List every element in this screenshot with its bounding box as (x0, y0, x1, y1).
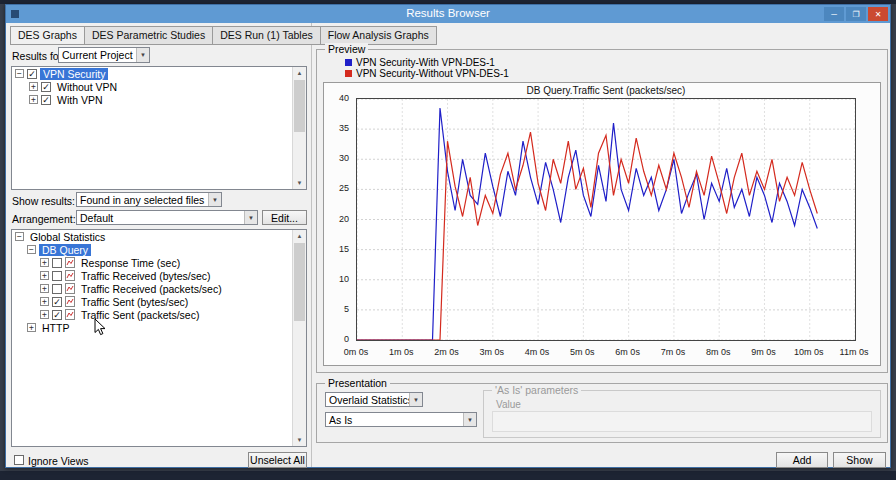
y-tick-label: 0 (344, 334, 349, 344)
tree-item-response-time[interactable]: + Response Time (sec) (12, 256, 306, 269)
legend-label: VPN Security-Without VPN-DES-1 (356, 68, 509, 79)
legend-swatch-red (345, 70, 352, 77)
y-tick-label: 25 (339, 183, 349, 193)
tree-item-vpn-security[interactable]: − ✓ VPN Security (12, 67, 306, 80)
scroll-up-icon[interactable]: ▲ (293, 67, 306, 79)
y-tick-label: 35 (339, 123, 349, 133)
checkbox-unchecked[interactable] (52, 284, 62, 294)
legend-item: VPN Security-Without VPN-DES-1 (345, 68, 509, 79)
show-results-label: Show results: (12, 195, 75, 207)
project-tree[interactable]: − ✓ VPN Security + ✓ Without VPN + ✓ Wit… (11, 66, 307, 190)
preview-group-label: Preview (325, 43, 368, 55)
edit-button[interactable]: Edit... (262, 210, 307, 225)
expand-icon[interactable]: + (27, 323, 36, 332)
parameters-list-disabled (492, 411, 872, 432)
scroll-down-icon[interactable]: ▼ (293, 177, 306, 189)
chart-title: DB Query.Traffic Sent (packets/sec) (354, 85, 858, 96)
x-tick-label: 7m 0s (661, 347, 686, 357)
preview-group: Preview VPN Security-With VPN-DES-1 VPN … (316, 49, 888, 373)
presentation-group-label: Presentation (325, 377, 390, 389)
expand-icon[interactable]: + (40, 310, 49, 319)
expand-icon[interactable]: + (29, 82, 38, 91)
scroll-down-icon[interactable]: ▼ (293, 434, 306, 446)
checkbox-checked[interactable]: ✓ (27, 69, 37, 79)
x-tick-label: 10m 0s (794, 347, 824, 357)
checkbox-unchecked[interactable] (52, 271, 62, 281)
tree-item-global-statistics[interactable]: − Global Statistics (12, 230, 306, 243)
collapse-icon[interactable]: − (27, 245, 36, 254)
arrangement-dropdown[interactable]: Default ▼ (76, 210, 258, 225)
legend-label: VPN Security-With VPN-DES-1 (356, 57, 495, 68)
results-for-dropdown[interactable]: Current Project ▼ (58, 47, 150, 63)
tree-item-with-vpn[interactable]: + ✓ With VPN (12, 93, 306, 106)
expand-icon[interactable]: + (40, 284, 49, 293)
scrollbar-thumb[interactable] (294, 80, 305, 132)
chevron-down-icon[interactable]: ▼ (409, 393, 422, 406)
show-button[interactable]: Show (833, 452, 886, 468)
statistics-tree[interactable]: − Global Statistics − DB Query + Respons… (11, 229, 307, 447)
show-results-dropdown[interactable]: Found in any selected files ▼ (76, 192, 222, 207)
tree-item-without-vpn[interactable]: + ✓ Without VPN (12, 80, 306, 93)
expand-icon[interactable]: + (29, 95, 38, 104)
x-tick-label: 9m 0s (751, 347, 776, 357)
expand-icon[interactable]: + (40, 271, 49, 280)
tab-des-graphs[interactable]: DES Graphs (10, 26, 84, 45)
close-button[interactable]: ✕ (868, 7, 888, 21)
titlebar-buttons: ─ ❐ ✕ (824, 7, 888, 21)
x-tick-label: 3m 0s (480, 347, 505, 357)
scroll-up-icon[interactable]: ▲ (293, 230, 306, 242)
panel-divider (311, 23, 312, 467)
tree-item-traffic-received-bytes[interactable]: + Traffic Received (bytes/sec) (12, 269, 306, 282)
ignore-views-checkbox[interactable] (14, 455, 24, 465)
maximize-button[interactable]: ❐ (846, 7, 866, 21)
chevron-down-icon[interactable]: ▼ (136, 48, 149, 62)
minimize-button[interactable]: ─ (824, 7, 844, 21)
expand-icon[interactable]: + (40, 297, 49, 306)
add-button[interactable]: Add (776, 452, 828, 468)
window-title: Results Browser (6, 7, 890, 19)
x-tick-label: 2m 0s (434, 347, 459, 357)
chevron-down-icon[interactable]: ▼ (208, 193, 221, 206)
chart-legend: VPN Security-With VPN-DES-1 VPN Security… (345, 57, 509, 79)
x-tick-label: 1m 0s (389, 347, 414, 357)
tab-bar: DES Graphs DES Parametric Studies DES Ru… (10, 26, 437, 45)
project-tree-scrollbar[interactable]: ▲ ▼ (292, 67, 306, 189)
tree-item-db-query[interactable]: − DB Query (12, 243, 306, 256)
checkbox-checked[interactable]: ✓ (52, 297, 62, 307)
collapse-icon[interactable]: − (15, 232, 24, 241)
expand-icon[interactable]: + (40, 258, 49, 267)
x-tick-label: 0m 0s (344, 347, 369, 357)
checkbox-checked[interactable]: ✓ (41, 95, 51, 105)
legend-swatch-blue (345, 59, 352, 66)
x-tick-label: 5m 0s (570, 347, 595, 357)
tree-item-traffic-sent-bytes[interactable]: + ✓ Traffic Sent (bytes/sec) (12, 295, 306, 308)
y-tick-label: 5 (344, 304, 349, 314)
window-body: DES Graphs DES Parametric Studies DES Ru… (6, 23, 890, 467)
chart-plot-area (356, 98, 856, 341)
tree-item-traffic-received-packets[interactable]: + Traffic Received (packets/sec) (12, 282, 306, 295)
y-tick-label: 30 (339, 153, 349, 163)
tab-des-run-tables[interactable]: DES Run (1) Tables (212, 26, 320, 45)
x-tick-label: 11m 0s (840, 347, 869, 357)
statistic-icon (65, 283, 75, 294)
tab-des-parametric-studies[interactable]: DES Parametric Studies (84, 26, 212, 45)
checkbox-unchecked[interactable] (52, 258, 62, 268)
collapse-icon[interactable]: − (15, 69, 24, 78)
chart-lines (357, 99, 855, 340)
chart: DB Query.Traffic Sent (packets/sec) 0510… (323, 82, 881, 366)
statistics-tree-scrollbar[interactable]: ▲ ▼ (292, 230, 306, 446)
tree-item-traffic-sent-packets[interactable]: + ✓ Traffic Sent (packets/sec) (12, 308, 306, 321)
unselect-all-button[interactable]: Unselect All (248, 452, 307, 468)
titlebar[interactable]: Results Browser ─ ❐ ✕ (6, 5, 890, 23)
y-tick-label: 20 (339, 214, 349, 224)
checkbox-checked[interactable]: ✓ (41, 82, 51, 92)
scrollbar-thumb[interactable] (294, 243, 305, 321)
y-axis-labels: 0510152025303540 (324, 98, 353, 341)
presentation-style-dropdown[interactable]: Overlaid Statistics ▼ (325, 392, 423, 407)
chevron-down-icon[interactable]: ▼ (463, 413, 476, 426)
tree-item-http[interactable]: + HTTP (12, 321, 306, 334)
checkbox-checked[interactable]: ✓ (52, 310, 62, 320)
chevron-down-icon[interactable]: ▼ (244, 211, 257, 224)
presentation-mode-dropdown[interactable]: As Is ▼ (325, 412, 477, 427)
value-column-label: Value (496, 399, 521, 410)
